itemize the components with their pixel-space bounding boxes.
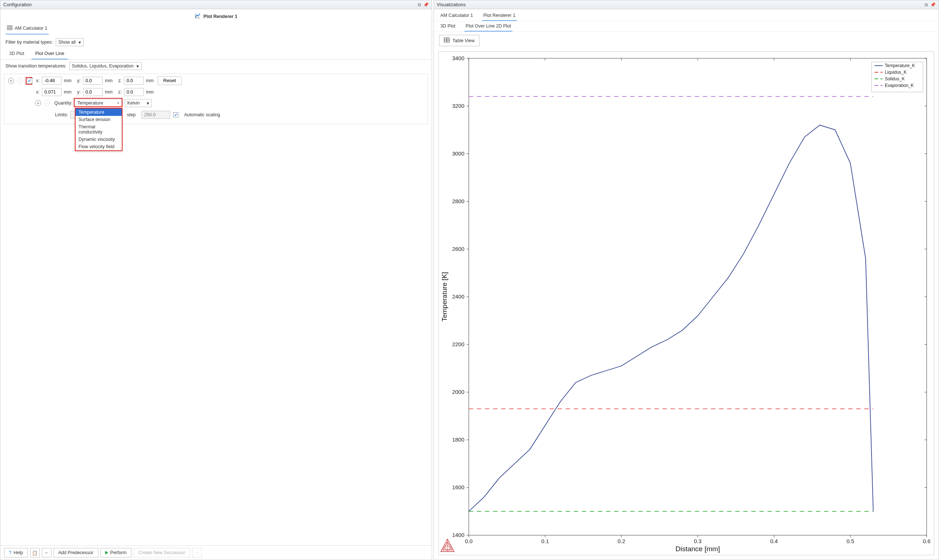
- table-view-button[interactable]: Table View: [439, 35, 479, 46]
- create-successor-button: Create New Successor: [134, 548, 190, 557]
- svg-text:Temperature [K]: Temperature [K]: [440, 272, 448, 322]
- svg-text:3400: 3400: [452, 55, 464, 61]
- line-chart-icon: [195, 13, 201, 20]
- enable-line-checkbox[interactable]: [27, 78, 32, 84]
- tab-3d-plot[interactable]: 3D Plot: [6, 48, 28, 59]
- perform-button[interactable]: Perform: [100, 548, 131, 557]
- svg-text:1400: 1400: [452, 532, 464, 538]
- quantity-option-surface-tension[interactable]: Surface tension: [75, 116, 122, 123]
- help-button[interactable]: ? Help: [4, 548, 28, 557]
- chart-container: 0.00.10.20.30.40.50.61400160018002000220…: [438, 51, 934, 555]
- transition-temperatures-value: Solidus, Liquidus, Evaporation: [72, 63, 134, 69]
- y-label: y:: [75, 78, 81, 83]
- add-row-button[interactable]: +: [8, 78, 14, 84]
- svg-text:2400: 2400: [452, 293, 464, 300]
- quantity-select[interactable]: Temperature ▾: [75, 99, 122, 107]
- y1-unit: mm: [105, 78, 114, 83]
- plot-renderer-heading: Plot Renderer 1: [0, 9, 432, 23]
- panel-pin-icon[interactable]: 📌: [423, 2, 429, 7]
- calculator-name: AM Calculator 1: [15, 26, 47, 31]
- quantity-option-temperature[interactable]: Temperature: [75, 109, 122, 116]
- coordinate-block: + − x: mm y: mm z: mm Reset: [4, 74, 428, 124]
- panel-undock-icon[interactable]: ⧉: [925, 2, 928, 7]
- svg-text:1800: 1800: [452, 436, 464, 443]
- table-icon: [444, 37, 450, 44]
- vis-tab-calculator[interactable]: AM Calculator 1: [439, 11, 475, 21]
- step-label: step: [127, 112, 139, 117]
- add-quantity-button[interactable]: +: [35, 100, 41, 106]
- z-label: z:: [117, 78, 122, 83]
- vis-tab-renderer[interactable]: Plot Renderer 1: [482, 11, 517, 21]
- svg-text:Liquidus_K: Liquidus_K: [885, 70, 907, 75]
- plot-renderer-name: Plot Renderer 1: [203, 14, 237, 19]
- x2-unit: mm: [64, 89, 73, 95]
- y2-label: y:: [75, 89, 81, 95]
- svg-text:0.6: 0.6: [923, 538, 931, 544]
- help-icon: ?: [9, 550, 11, 555]
- z2-unit: mm: [146, 89, 155, 95]
- panel-undock-icon[interactable]: ⧉: [418, 2, 421, 7]
- configuration-header: Configuration ⧉ 📌: [0, 0, 432, 9]
- svg-text:2000: 2000: [452, 389, 464, 395]
- quantity-label: Quantity:: [53, 100, 72, 106]
- svg-text:0.2: 0.2: [617, 538, 625, 544]
- unit-value: Kelvin: [127, 100, 140, 106]
- x1-unit: mm: [64, 78, 73, 83]
- enable-line-checkbox-highlight: [26, 77, 32, 85]
- svg-text:2800: 2800: [452, 198, 464, 204]
- table-view-label: Table View: [453, 38, 475, 43]
- step-input: [142, 111, 170, 119]
- y2-input[interactable]: [83, 88, 103, 96]
- svg-text:0.5: 0.5: [846, 538, 854, 544]
- panel-pin-icon[interactable]: 📌: [930, 2, 936, 7]
- tab-plot-over-line[interactable]: Plot Over Line: [32, 48, 68, 59]
- remove-row-button: −: [17, 78, 23, 84]
- configuration-title: Configuration: [3, 2, 32, 7]
- filter-label: Filter by material types:: [6, 40, 53, 45]
- limits-label: Limits:: [35, 112, 68, 117]
- quantity-option-dynamic-viscosity[interactable]: Dynamic viscosity: [75, 136, 122, 143]
- vis-subtab-3d[interactable]: 3D Plot: [439, 21, 457, 32]
- chevron-down-icon: ▾: [117, 101, 119, 105]
- filter-material-value: Show all: [58, 40, 75, 45]
- z1-input[interactable]: [124, 77, 144, 85]
- chevron-down-icon: ▾: [147, 100, 149, 106]
- unit-select[interactable]: Kelvin ▾: [125, 99, 152, 107]
- z2-input[interactable]: [124, 88, 144, 96]
- auto-scaling-label: Automatic scaling: [184, 112, 424, 117]
- svg-text:2200: 2200: [452, 341, 464, 347]
- quantity-option-thermal-conductivity[interactable]: Thermal conductivity: [75, 123, 122, 136]
- back-button[interactable]: ←: [42, 548, 51, 557]
- svg-text:0.0: 0.0: [465, 538, 473, 544]
- arrow-right-icon: →: [195, 550, 200, 555]
- copy-button[interactable]: 📋: [30, 548, 40, 557]
- svg-text:Solidus_K: Solidus_K: [885, 76, 905, 82]
- svg-rect-2: [7, 26, 12, 30]
- forward-button: →: [192, 548, 202, 557]
- configuration-panel: Configuration ⧉ 📌 Plot Renderer 1 AM Cal…: [0, 0, 432, 560]
- transition-temperatures-select[interactable]: Solidus, Liquidus, Evaporation ▾: [69, 62, 142, 70]
- filter-material-select[interactable]: Show all ▾: [56, 38, 84, 46]
- x1-input[interactable]: [42, 77, 62, 85]
- svg-text:3200: 3200: [452, 103, 464, 109]
- quantity-option-flow-velocity[interactable]: Flow velocity field: [75, 143, 122, 150]
- x-label: x:: [34, 78, 40, 83]
- svg-text:Evaporation_K: Evaporation_K: [885, 83, 914, 88]
- x2-input[interactable]: [42, 88, 62, 96]
- visualizations-header: Visualizations ⧉ 📌: [434, 0, 939, 9]
- add-predecessor-button[interactable]: Add Predecessor: [54, 548, 98, 557]
- svg-text:Distance [mm]: Distance [mm]: [675, 545, 720, 553]
- auto-scaling-checkbox[interactable]: [173, 112, 178, 117]
- y1-input[interactable]: [83, 77, 103, 85]
- clipboard-icon: 📋: [32, 550, 38, 555]
- svg-text:0.3: 0.3: [694, 538, 701, 544]
- svg-text:2600: 2600: [452, 246, 464, 252]
- vis-subtab-2d[interactable]: Plot Over Line 2D Plot: [464, 21, 513, 32]
- reset-button[interactable]: Reset: [158, 76, 182, 85]
- quantity-dropdown-list: Temperature Surface tension Thermal cond…: [75, 108, 123, 151]
- calculator-tab[interactable]: AM Calculator 1: [6, 23, 49, 34]
- svg-text:0.4: 0.4: [770, 538, 777, 544]
- chevron-down-icon: ▾: [137, 63, 139, 69]
- visualizations-title: Visualizations: [437, 2, 466, 7]
- vendor-logo-icon: [439, 538, 456, 554]
